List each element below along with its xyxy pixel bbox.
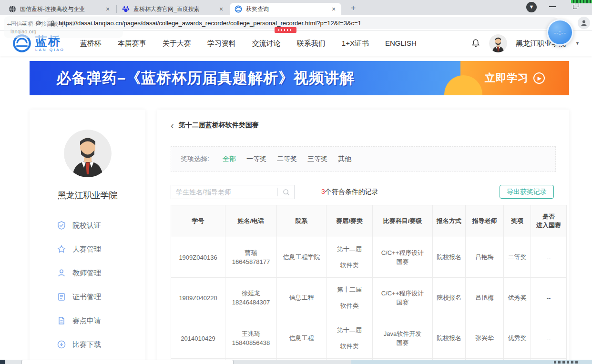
padlock-icon xyxy=(50,20,56,27)
cell-name-phone: 徐延龙18246484307 xyxy=(225,278,277,318)
filter-option-first-prize[interactable]: 一等奖 xyxy=(246,155,266,163)
forward-button[interactable]: → xyxy=(18,18,30,29)
filter-option-second-prize[interactable]: 二等奖 xyxy=(277,155,297,163)
org-name: 黑龙江职业学院 xyxy=(30,190,145,201)
tab-guoxin-lanqiao[interactable]: 国信蓝桥-连接高校与企业 × xyxy=(4,3,115,15)
nav-lanqiaobei[interactable]: 蓝桥杯 xyxy=(80,39,102,48)
sidebar-item-college-certification[interactable]: 院校认证 xyxy=(30,213,145,237)
browser-profile-button[interactable] xyxy=(578,17,590,29)
sidebar-item-competition-management[interactable]: 大赛管理 xyxy=(30,237,145,261)
table-row: 2014010429 王兆琦15840856438 信息工程 第十二届软件类 J… xyxy=(171,318,567,359)
banner-cta-area[interactable]: 立即学习 ▶ xyxy=(460,61,569,95)
account-avatar[interactable] xyxy=(489,34,507,52)
cell-subject-level: C/C++程序设计国赛 xyxy=(373,237,433,278)
lanqiao-favicon-icon xyxy=(235,5,242,13)
col-advisor: 指导老师 xyxy=(466,205,504,237)
window-restore-button[interactable] xyxy=(573,3,580,10)
floating-timer[interactable]: --:-- xyxy=(547,19,573,46)
sidebar-item-label: 比赛下载 xyxy=(72,340,101,349)
cell-department: 信息工程学院 xyxy=(277,237,327,278)
sidebar-menu: 院校认证 大赛管理 教师管理 证书管理 赛点申请 比赛下载 订单管理 xyxy=(30,213,145,364)
tab-close-icon[interactable]: × xyxy=(217,5,225,13)
back-button[interactable]: ← xyxy=(4,18,15,29)
nav-current-events[interactable]: 本届赛事 xyxy=(118,39,146,48)
col-national: 是否 进入国赛 xyxy=(531,205,567,237)
account-caret-icon[interactable]: ▼ xyxy=(575,41,580,46)
promo-banner[interactable]: 必备弹药–《蓝桥杯历届真题解析》视频讲解 立即学习 ▶ xyxy=(30,61,569,95)
baidu-favicon-icon xyxy=(122,5,130,13)
award-filter-box: 奖项选择: 全部 一等奖 二等奖 三等奖 其他 xyxy=(171,146,556,172)
nav-1x-certificate[interactable]: 1+X证书 xyxy=(342,39,369,48)
download-icon xyxy=(57,340,66,349)
notification-bell-icon[interactable] xyxy=(471,39,480,48)
col-registration: 报名方式 xyxy=(433,205,466,237)
filter-option-all[interactable]: 全部 xyxy=(223,155,236,163)
tab-title: 国信蓝桥-连接高校与企业 xyxy=(20,5,104,13)
filter-option-other[interactable]: 其他 xyxy=(338,155,351,163)
cell-department: 信息工程 xyxy=(277,278,327,318)
page-title: 第十二届蓝桥杯软件类国赛 xyxy=(179,121,259,130)
search-input[interactable] xyxy=(171,188,277,196)
export-awards-button[interactable]: 导出获奖记录 xyxy=(500,185,554,199)
taskbar-clock-fragment xyxy=(554,361,578,364)
tab-title: 蓝桥杯大赛官网_百度搜索 xyxy=(133,5,217,13)
file-apply-icon xyxy=(57,316,66,325)
sidebar-item-label: 院校认证 xyxy=(72,221,101,230)
cell-department: 信息工程 xyxy=(277,318,327,359)
cell-national: -- xyxy=(531,237,567,278)
record-count-suffix: 个符合条件的记录 xyxy=(325,188,378,195)
cell-advisor: 张兴华 xyxy=(466,318,504,359)
cell-student-id: 1909Z040220 xyxy=(171,278,225,318)
taskbar-start-fragment xyxy=(0,360,5,364)
cell-registration: 院校报名 xyxy=(433,318,466,359)
col-session-category: 赛届/赛类 xyxy=(327,205,373,237)
sidebar-item-label: 教师管理 xyxy=(72,269,101,278)
window-minimize-button[interactable] xyxy=(549,6,556,7)
main-content: ‹ 第十二届蓝桥杯软件类国赛 奖项选择: 全部 一等奖 二等奖 三等奖 其他 3… xyxy=(157,110,569,364)
sidebar-item-teacher-management[interactable]: 教师管理 xyxy=(30,261,145,285)
taskbar-sliver xyxy=(0,360,592,364)
tab-close-icon[interactable]: × xyxy=(330,5,337,13)
new-tab-button[interactable]: + xyxy=(347,2,359,15)
sidebar-item-venue-application[interactable]: 赛点申请 xyxy=(30,309,145,333)
logo-text-en: LAN QIAO xyxy=(35,48,65,52)
banner-cta-label: 立即学习 xyxy=(485,71,529,85)
refresh-button[interactable]: ⟳ xyxy=(33,18,45,29)
url-text: https://dasai.lanqiao.cn/pages/dasai/col… xyxy=(59,20,361,27)
tab-award-query-active[interactable]: 获奖查询 × xyxy=(230,3,341,15)
awards-table: 学号 姓名/电话 院系 赛届/赛类 比赛科目/赛级 报名方式 指导老师 奖项 是… xyxy=(171,205,567,364)
back-chevron-icon[interactable]: ‹ xyxy=(171,121,174,129)
cell-student-id: 1909Z040136 xyxy=(171,237,225,278)
tab-baidu-search[interactable]: 蓝桥杯大赛官网_百度搜索 × xyxy=(117,3,229,15)
cell-name-phone: 曹瑞16645878177 xyxy=(225,237,277,278)
nav-forum[interactable]: 交流讨论 xyxy=(252,39,281,48)
col-award: 奖项 xyxy=(504,205,531,237)
sidebar: 黑龙江职业学院 院校认证 大赛管理 教师管理 证书管理 赛点申请 比赛下载 订单… xyxy=(30,110,145,364)
col-subject-level: 比赛科目/赛级 xyxy=(373,205,433,237)
screen-recorder-indicator xyxy=(571,0,592,3)
taskbar-search-box[interactable] xyxy=(21,360,234,364)
play-icon: ▶ xyxy=(533,72,545,84)
nav-about[interactable]: 关于大赛 xyxy=(163,39,191,48)
nav-promo-badge xyxy=(275,27,296,33)
tab-close-icon[interactable]: × xyxy=(104,5,112,13)
browser-media-menu-button[interactable]: ▼ xyxy=(526,2,537,12)
sidebar-item-label: 证书管理 xyxy=(72,293,101,302)
sidebar-item-competition-download[interactable]: 比赛下载 xyxy=(30,333,145,356)
star-icon xyxy=(57,245,66,253)
nav-contact[interactable]: 联系我们 xyxy=(297,39,326,48)
nav-english[interactable]: ENGLISH xyxy=(385,39,417,48)
address-content[interactable]: https://dasai.lanqiao.cn/pages/dasai/col… xyxy=(50,17,361,29)
col-student-id: 学号 xyxy=(171,205,225,237)
nav-study-materials[interactable]: 学习资料 xyxy=(207,39,236,48)
cell-subject-level: Java软件开发国赛 xyxy=(373,318,433,359)
search-icon[interactable] xyxy=(278,189,294,196)
main-nav: 蓝桥杯 本届赛事 关于大赛 学习资料 交流讨论 联系我们 1+X证书 ENGLI… xyxy=(80,39,417,48)
cell-subject-level: C/C++程序设计国赛 xyxy=(373,278,433,318)
sidebar-item-label: 赛点申请 xyxy=(72,316,101,325)
sidebar-item-certificate-management[interactable]: 证书管理 xyxy=(30,285,145,309)
filter-option-third-prize[interactable]: 三等奖 xyxy=(307,155,327,163)
cell-session-category: 第十二届软件类 xyxy=(327,278,373,318)
sidebar-item-label: 大赛管理 xyxy=(72,245,101,254)
filter-label: 奖项选择: xyxy=(181,155,209,163)
